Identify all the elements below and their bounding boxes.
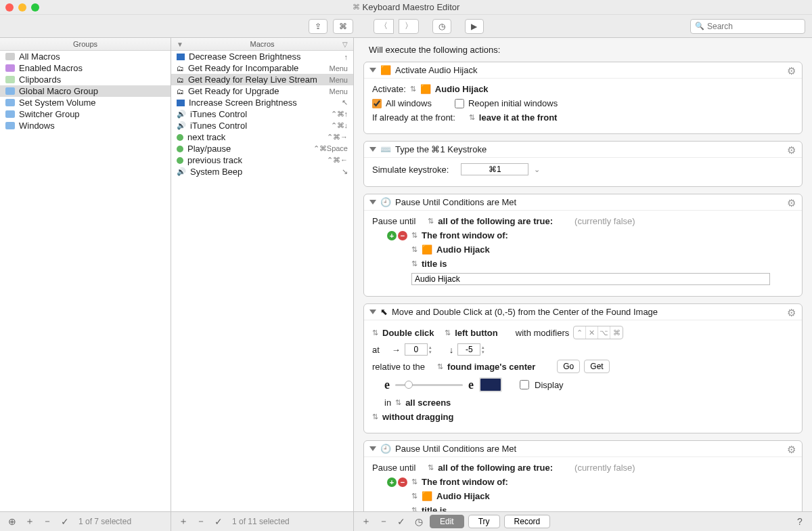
filter-left-icon[interactable]: ▼ [177, 41, 183, 48]
try-button[interactable]: Try [468, 515, 500, 528]
found-image-thumbnail[interactable] [479, 377, 502, 392]
macro-row[interactable]: 🔊System Beep↘ [171, 166, 353, 177]
macro-row[interactable]: 🔊iTunes Control⌃⌘↑ [171, 108, 353, 120]
y-field[interactable] [457, 343, 480, 356]
macro-row[interactable]: next track⌃⌘→ [171, 131, 353, 143]
action-enable-button[interactable]: ✓ [394, 515, 408, 528]
gear-icon[interactable]: ⚙ [787, 144, 798, 155]
disclosure-icon[interactable] [369, 446, 376, 451]
share-button[interactable]: ⇪ [309, 19, 328, 34]
group-row[interactable]: Set System Volume [0, 97, 171, 108]
selector-icon[interactable]: ⇅ [411, 506, 418, 511]
zoom-button[interactable] [31, 3, 39, 12]
group-row[interactable]: All Macros [0, 51, 171, 62]
group-row[interactable]: Clipboards [0, 74, 171, 85]
action-header[interactable]: ⬉ Move and Double Click at (0,-5) from t… [364, 304, 802, 320]
selector-icon[interactable]: ⇅ [372, 412, 378, 421]
selector-icon[interactable]: ⇅ [411, 477, 418, 486]
cond-window[interactable]: The front window of: [422, 230, 508, 240]
go-button[interactable]: Go [557, 360, 580, 373]
search-input[interactable] [707, 22, 800, 31]
disclosure-icon[interactable] [369, 147, 376, 152]
command-button[interactable]: ⌘ [333, 19, 353, 34]
selector-icon[interactable]: ⇅ [410, 85, 416, 93]
reopen-checkbox[interactable] [455, 99, 464, 108]
action-header[interactable]: 🟧 Activate Audio Hijack ⚙ [364, 62, 802, 79]
macros-enable-button[interactable]: ✓ [212, 515, 225, 528]
macros-remove-button[interactable]: － [194, 515, 208, 528]
front-value[interactable]: leave it at the front [479, 112, 558, 123]
selector-icon[interactable]: ⇅ [469, 113, 475, 122]
ctrl-modifier[interactable]: ⌃ [574, 326, 586, 339]
action-recent-button[interactable]: ◷ [412, 515, 426, 528]
gear-icon[interactable]: ⚙ [787, 444, 798, 454]
add-condition-button[interactable]: + [387, 231, 397, 240]
x-field[interactable] [405, 343, 428, 356]
filter-right-icon[interactable]: ▽ [342, 41, 348, 48]
search-box[interactable]: 🔍 [690, 19, 805, 34]
cond-window[interactable]: The front window of: [422, 477, 508, 487]
macro-row[interactable]: 🔊iTunes Control⌃⌘↓ [171, 120, 353, 131]
gear-icon[interactable]: ⚙ [787, 197, 798, 208]
relative-value[interactable]: found image's center [447, 362, 535, 372]
macro-row[interactable]: Play/pause⌃⌘Space [171, 143, 353, 154]
cond-app[interactable]: Audio Hijack [436, 245, 490, 255]
macro-row[interactable]: previous track⌃⌘← [171, 154, 353, 166]
selector-icon[interactable]: ⇅ [411, 492, 418, 501]
groups-enable-button[interactable]: ✓ [58, 515, 72, 528]
selector-icon[interactable]: ⇅ [411, 245, 418, 254]
record-button[interactable]: Record [504, 515, 551, 528]
macro-row[interactable]: 🗂Get Ready for IncomparableMenu [171, 62, 353, 74]
selector-icon[interactable]: ⇅ [411, 259, 418, 268]
groups-remove-button[interactable]: － [41, 515, 54, 528]
macros-add-button[interactable]: ＋ [177, 515, 190, 528]
drag-value[interactable]: without dragging [382, 412, 453, 422]
remove-condition-button[interactable]: − [398, 231, 407, 240]
action-header[interactable]: ⌨️ Type the ⌘1 Keystroke ⚙ [364, 142, 802, 158]
y-stepper[interactable]: ▴▾ [482, 345, 484, 354]
selector-icon[interactable]: ⇅ [411, 231, 418, 240]
history-back-button[interactable]: 〈 [374, 19, 394, 34]
disclosure-icon[interactable] [369, 310, 376, 314]
shift-modifier[interactable]: ✕ [586, 326, 598, 339]
cond-value-field[interactable] [411, 273, 770, 285]
pause-mode[interactable]: all of the following are true: [438, 463, 553, 473]
action-header[interactable]: 🕘 Pause Until Conditions are Met ⚙ [364, 441, 802, 457]
selector-icon[interactable]: ⇅ [428, 463, 434, 472]
group-row[interactable]: Windows [0, 120, 171, 131]
get-button[interactable]: Get [584, 360, 609, 373]
gear-icon[interactable]: ⚙ [787, 65, 798, 76]
help-button[interactable]: ? [793, 515, 807, 528]
groups-add-button[interactable]: ＋ [23, 515, 37, 528]
display-checkbox[interactable] [520, 380, 529, 389]
all-windows-checkbox[interactable] [372, 99, 382, 108]
in-value[interactable]: all screens [405, 398, 451, 408]
gear-icon[interactable]: ⚙ [787, 307, 798, 318]
selector-icon[interactable]: ⇅ [437, 362, 443, 371]
option-modifier[interactable]: ⌥ [598, 326, 610, 339]
action-remove-button[interactable]: － [377, 515, 390, 528]
action-header[interactable]: 🕘 Pause Until Conditions are Met ⚙ [364, 194, 802, 211]
cond-app[interactable]: Audio Hijack [436, 491, 490, 501]
add-condition-button[interactable]: + [387, 477, 397, 487]
cond-title-op[interactable]: title is [422, 259, 447, 269]
disclosure-icon[interactable] [369, 200, 376, 205]
recent-button[interactable]: ◷ [432, 19, 451, 34]
macro-row[interactable]: Decrease Screen Brightness↑ [171, 51, 353, 62]
selector-icon[interactable]: ⇅ [428, 217, 434, 226]
selector-icon[interactable]: ⇅ [395, 398, 401, 407]
close-button[interactable] [5, 3, 14, 12]
group-row[interactable]: Global Macro Group [0, 85, 171, 97]
selector-icon[interactable]: ⇅ [372, 328, 378, 337]
macro-row[interactable]: Increase Screen Brightness↖ [171, 97, 353, 108]
disclosure-icon[interactable] [369, 68, 376, 72]
group-row[interactable]: Enabled Macros [0, 62, 171, 74]
run-button[interactable]: ▶ [465, 19, 484, 34]
selector-icon[interactable]: ⇅ [445, 328, 451, 337]
pause-mode[interactable]: all of the following are true: [438, 216, 553, 226]
edit-toggle[interactable]: Edit [430, 515, 464, 528]
keystroke-field[interactable] [461, 163, 528, 175]
keystroke-dropdown-icon[interactable]: ⌄ [534, 165, 540, 174]
groups-sort-button[interactable]: ⊕ [5, 515, 19, 528]
group-row[interactable]: Switcher Group [0, 108, 171, 120]
